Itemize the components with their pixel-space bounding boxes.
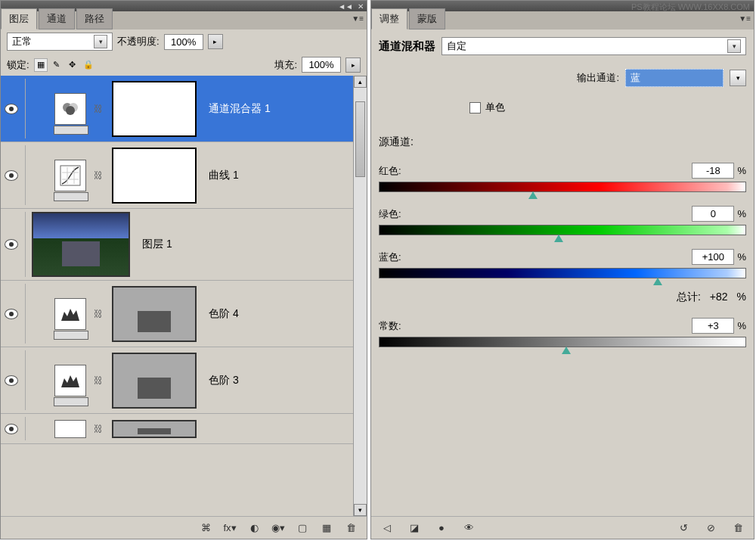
total-unit: %	[737, 291, 746, 304]
link-icon[interactable]: ⛓	[94, 104, 104, 114]
link-icon[interactable]: ⛓	[94, 424, 104, 434]
mask-thumbnail[interactable]	[112, 81, 197, 137]
slider-handle[interactable]	[528, 191, 538, 200]
clip-icon[interactable]: ●	[433, 521, 450, 536]
monochrome-label: 单色	[485, 101, 505, 114]
expand-icon[interactable]: ◪	[406, 521, 423, 536]
red-input[interactable]	[692, 163, 734, 179]
lock-transparency-icon[interactable]: ▦	[34, 58, 48, 72]
red-label: 红色:	[379, 164, 401, 178]
panel-menu-icon[interactable]: ▼≡	[352, 14, 364, 23]
green-slider[interactable]	[379, 225, 746, 235]
unit-label: %	[737, 208, 746, 219]
link-icon[interactable]: ⛓	[94, 170, 104, 181]
layer-row[interactable]: ⛓ 色阶 3	[1, 347, 367, 414]
opacity-flyout-icon[interactable]: ▸	[208, 34, 223, 49]
adjustment-levels-icon[interactable]	[54, 365, 86, 396]
link-layers-icon[interactable]: ⌘	[197, 521, 214, 536]
adjustment-levels-icon[interactable]	[54, 420, 86, 438]
preset-select[interactable]: 自定 ▾	[442, 37, 746, 55]
visibility-eye-icon[interactable]	[5, 424, 18, 434]
previous-state-icon[interactable]: ↺	[675, 521, 692, 536]
lock-fill-row: 锁定: ▦ ✎ ✥ 🔒 填充: 100% ▸	[1, 54, 367, 76]
constant-label: 常数:	[379, 319, 401, 333]
slider-handle[interactable]	[554, 235, 563, 243]
layer-name[interactable]: 曲线 1	[209, 169, 239, 182]
layer-name[interactable]: 通道混合器 1	[209, 102, 271, 116]
green-input[interactable]	[692, 206, 734, 222]
adjustment-levels-icon[interactable]	[54, 298, 86, 330]
link-icon[interactable]: ⛓	[94, 375, 104, 386]
scroll-up-icon[interactable]: ▴	[354, 76, 367, 88]
blue-input[interactable]	[692, 249, 734, 265]
group-icon[interactable]: ▢	[294, 521, 311, 536]
total-value: +82	[710, 291, 728, 304]
image-thumbnail[interactable]	[32, 212, 130, 277]
tab-masks[interactable]: 蒙版	[409, 8, 445, 30]
scrollbar[interactable]: ▴ ▾	[353, 76, 367, 516]
mask-icon[interactable]: ◐	[246, 521, 262, 536]
output-channel-select[interactable]: 蓝	[625, 69, 723, 87]
panel-menu-icon[interactable]: ▼≡	[739, 14, 751, 23]
lock-position-icon[interactable]: ✥	[66, 58, 79, 72]
mask-thumbnail[interactable]	[112, 148, 197, 204]
layer-row[interactable]: ⛓ 通道混合器 1	[1, 76, 367, 142]
lock-all-icon[interactable]: 🔒	[82, 58, 95, 72]
reset-icon[interactable]: ⊘	[702, 521, 719, 536]
new-layer-icon[interactable]: ▦	[318, 521, 335, 536]
layer-name[interactable]: 色阶 4	[209, 307, 239, 321]
mask-thumbnail[interactable]	[112, 420, 197, 438]
tab-paths[interactable]: 路径	[76, 8, 113, 30]
adjustment-channel-mixer-icon[interactable]	[54, 93, 86, 125]
trash-icon[interactable]: 🗑	[730, 521, 746, 536]
red-slider[interactable]	[379, 182, 746, 192]
close-icon[interactable]: ✕	[358, 2, 364, 11]
scroll-thumb[interactable]	[355, 101, 365, 177]
layers-bottom-bar: ⌘ fx▾ ◐ ◉▾ ▢ ▦ 🗑	[1, 516, 367, 539]
monochrome-checkbox[interactable]	[469, 102, 481, 113]
blend-mode-select[interactable]: 正常 ▾	[7, 33, 113, 51]
tab-adjustments[interactable]: 调整	[371, 8, 407, 30]
layer-row[interactable]: 图层 1	[1, 209, 367, 281]
slider-handle[interactable]	[653, 278, 662, 286]
chevron-down-icon: ▾	[94, 35, 107, 48]
svg-point-2	[66, 106, 75, 115]
visibility-eye-icon[interactable]	[5, 239, 18, 250]
layer-name[interactable]: 图层 1	[142, 238, 172, 251]
adjustment-layer-icon[interactable]: ◉▾	[270, 521, 287, 536]
layer-row[interactable]: ⛓ 曲线 1	[1, 142, 367, 209]
blend-opacity-row: 正常 ▾ 不透明度: 100% ▸	[1, 30, 367, 54]
scroll-down-icon[interactable]: ▾	[354, 504, 367, 516]
fill-input[interactable]: 100%	[302, 57, 341, 73]
adjustment-curves-icon[interactable]	[54, 160, 86, 191]
visibility-eye-icon[interactable]	[5, 104, 18, 114]
constant-slider[interactable]	[379, 337, 746, 347]
fill-flyout-icon[interactable]: ▸	[345, 58, 361, 73]
chevron-down-icon[interactable]: ▾	[730, 70, 746, 86]
tab-channels[interactable]: 通道	[39, 8, 75, 30]
visibility-eye-icon[interactable]	[5, 375, 18, 386]
link-icon[interactable]: ⛓	[94, 309, 104, 319]
opacity-input[interactable]: 100%	[164, 34, 203, 50]
trash-icon[interactable]: 🗑	[342, 521, 359, 536]
preset-value: 自定	[447, 39, 466, 53]
fx-icon[interactable]: fx▾	[222, 521, 238, 536]
opacity-label: 不透明度:	[117, 35, 160, 48]
output-channel-label: 输出通道:	[577, 71, 619, 85]
layers-panel: ◄◄ ✕ 图层 通道 路径 ▼≡ 正常 ▾ 不透明度: 100% ▸ 锁定: ▦…	[0, 0, 367, 539]
collapse-icon[interactable]: ◄◄	[338, 2, 353, 11]
mask-thumbnail[interactable]	[112, 286, 197, 342]
back-icon[interactable]: ◁	[379, 521, 395, 536]
tab-layers[interactable]: 图层	[1, 8, 37, 30]
layer-name[interactable]: 色阶 3	[209, 374, 239, 387]
visibility-eye-icon[interactable]: 👁	[460, 521, 477, 536]
visibility-eye-icon[interactable]	[5, 309, 18, 319]
constant-input[interactable]	[692, 318, 734, 334]
visibility-eye-icon[interactable]	[5, 170, 18, 181]
mask-thumbnail[interactable]	[112, 353, 197, 409]
slider-handle[interactable]	[562, 347, 571, 355]
blue-slider[interactable]	[379, 268, 746, 278]
layer-row[interactable]: ⛓	[1, 414, 367, 444]
lock-paint-icon[interactable]: ✎	[50, 58, 64, 72]
layer-row[interactable]: ⛓ 色阶 4	[1, 281, 367, 347]
